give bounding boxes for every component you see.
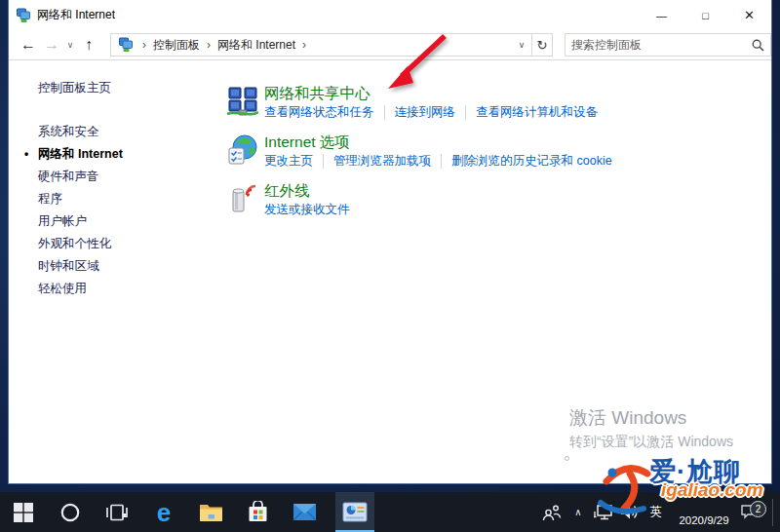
- cortana-circle-icon: [59, 502, 81, 523]
- refresh-icon[interactable]: ↻: [531, 34, 552, 56]
- file-explorer-button[interactable]: [187, 492, 234, 532]
- show-desktop-button[interactable]: [773, 492, 780, 532]
- send-receive-files-link[interactable]: 发送或接收文件: [264, 203, 350, 217]
- windows-logo-icon: [13, 502, 34, 523]
- titlebar: 网络和 Internet — □ ✕: [9, 0, 771, 30]
- internet-options-link[interactable]: Internet 选项: [264, 133, 350, 152]
- section-internet-options: Internet 选项 更改主页 管理浏览器加载项 删除浏览的历史记录和 coo…: [227, 133, 771, 169]
- activate-windows-line1: 激活 Windows: [569, 405, 733, 431]
- control-panel-icon: [118, 37, 134, 53]
- section-infrared: 红外线 发送或接收文件: [227, 181, 771, 217]
- watermark-dot: [565, 456, 569, 461]
- change-homepage-link[interactable]: 更改主页: [264, 154, 313, 169]
- connect-to-network-link[interactable]: 连接到网络: [384, 105, 456, 120]
- forward-button[interactable]: →: [40, 33, 63, 57]
- start-button[interactable]: [0, 492, 47, 532]
- edge-button[interactable]: e: [140, 492, 187, 532]
- people-icon: [542, 504, 562, 521]
- infrared-icon: [227, 183, 258, 214]
- section-network-sharing-center: 网络和共享中心 查看网络状态和任务 连接到网络 查看网络计算机和设备: [227, 84, 771, 120]
- store-button[interactable]: [234, 492, 281, 532]
- hidden-icons-chevron[interactable]: ∧: [566, 492, 590, 532]
- tray-date: 2020/9/29: [679, 514, 728, 527]
- network-icon: [594, 504, 613, 521]
- address-bar[interactable]: › 控制面板 › 网络和 Internet › ∨ ↻: [110, 33, 553, 57]
- sidebar-item-network-internet[interactable]: •网络和 Internet: [38, 148, 217, 161]
- breadcrumb-separator: ›: [295, 38, 313, 52]
- speaker-icon: [620, 504, 640, 520]
- manage-browser-addons-link[interactable]: 管理浏览器加载项: [323, 154, 431, 169]
- control-panel-icon: [16, 8, 31, 23]
- network-sharing-center-link[interactable]: 网络和共享中心: [264, 84, 370, 103]
- window-title: 网络和 Internet: [37, 7, 115, 23]
- action-center-button[interactable]: 2: [739, 492, 768, 532]
- network-tray-button[interactable]: [590, 492, 616, 532]
- breadcrumb-separator: ›: [200, 38, 217, 52]
- breadcrumb-control-panel[interactable]: 控制面板: [153, 37, 200, 54]
- sidebar-item-hardware-sound[interactable]: 硬件和声音: [38, 171, 217, 183]
- edge-icon: e: [157, 500, 171, 525]
- view-network-computers-link[interactable]: 查看网络计算机和设备: [465, 105, 598, 120]
- taskbar: e: [0, 492, 780, 532]
- sidebar-item-clock-region[interactable]: 时钟和区域: [38, 260, 217, 273]
- infrared-link[interactable]: 红外线: [264, 181, 310, 201]
- control-panel-taskbar-button[interactable]: [335, 492, 374, 532]
- breadcrumb-separator: ›: [136, 38, 153, 52]
- search-box[interactable]: [565, 33, 771, 57]
- activate-windows-watermark: 激活 Windows 转到“设置”以激活 Windows: [569, 405, 733, 452]
- network-sharing-center-icon: [227, 86, 258, 117]
- minimize-button[interactable]: —: [640, 0, 683, 30]
- control-panel-window: 网络和 Internet — □ ✕ ← → ∨ ↑ › 控制面板 › 网络和 …: [8, 0, 772, 484]
- search-input[interactable]: [571, 38, 752, 52]
- task-view-button[interactable]: [94, 492, 140, 532]
- navigation-bar: ← → ∨ ↑ › 控制面板 › 网络和 Internet › ∨ ↻: [9, 30, 771, 60]
- people-button[interactable]: [537, 492, 566, 532]
- notification-badge: 2: [750, 501, 766, 517]
- volume-button[interactable]: [616, 492, 644, 532]
- microsoft-store-icon: [247, 501, 269, 523]
- ime-language-indicator[interactable]: 英: [644, 492, 669, 532]
- sidebar-item-system-security[interactable]: 系统和安全: [38, 126, 217, 138]
- sidebar-item-control-panel-home[interactable]: 控制面板主页: [38, 80, 217, 96]
- close-button[interactable]: ✕: [727, 0, 771, 30]
- folder-icon: [199, 502, 223, 522]
- activate-windows-line2: 转到“设置”以激活 Windows: [569, 431, 733, 452]
- sidebar-item-user-accounts[interactable]: 用户帐户: [38, 215, 217, 228]
- back-button[interactable]: ←: [17, 33, 40, 57]
- mail-button[interactable]: [281, 492, 328, 532]
- address-dropdown-icon[interactable]: ∨: [512, 34, 531, 56]
- mail-icon: [292, 503, 317, 521]
- up-button[interactable]: ↑: [77, 33, 100, 57]
- maximize-button[interactable]: □: [683, 0, 727, 30]
- clock[interactable]: 2020/9/29: [669, 492, 739, 532]
- system-tray: ∧ 英 2020/9/29 2: [537, 492, 780, 532]
- internet-options-icon: [227, 134, 258, 166]
- sidebar-item-programs[interactable]: 程序: [38, 193, 217, 206]
- delete-browsing-history-link[interactable]: 删除浏览的历史记录和 cookie: [441, 154, 612, 169]
- breadcrumb-network-and-internet[interactable]: 网络和 Internet: [217, 37, 295, 54]
- control-panel-window-icon: [342, 502, 368, 522]
- sidebar-item-appearance-personalization[interactable]: 外观和个性化: [38, 238, 217, 250]
- search-icon: [752, 39, 764, 52]
- active-bullet-icon: •: [24, 148, 28, 161]
- sidebar: 控制面板主页 系统和安全 •网络和 Internet 硬件和声音 程序 用户帐户…: [9, 61, 217, 483]
- cortana-button[interactable]: [47, 492, 94, 532]
- sidebar-item-ease-of-access[interactable]: 轻松使用: [38, 283, 217, 295]
- history-dropdown-icon[interactable]: ∨: [63, 33, 77, 57]
- task-view-icon: [105, 502, 129, 523]
- view-network-status-link[interactable]: 查看网络状态和任务: [264, 105, 374, 120]
